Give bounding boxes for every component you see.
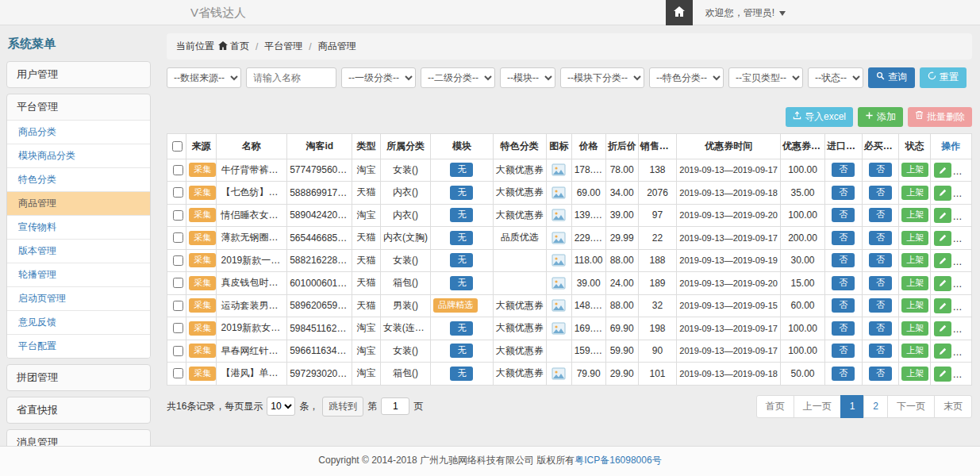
pagination-button[interactable]: 首页 (756, 395, 794, 418)
filter-select-6[interactable]: --特色分类-- (649, 67, 724, 88)
sidebar-item-0[interactable]: 用户管理 (7, 62, 150, 87)
status-toggle[interactable]: 上架 (901, 253, 928, 267)
edit-button[interactable] (934, 344, 951, 359)
pagination-button[interactable]: 1 (840, 395, 865, 418)
module-badge[interactable]: 无 (450, 186, 473, 200)
filter-select-0[interactable]: --数据来源-- (167, 67, 241, 88)
sidebar-subitem[interactable]: 特色分类 (7, 167, 150, 191)
sidebar-item-4[interactable]: 消息管理 (7, 430, 150, 446)
must-buy-toggle[interactable]: 否 (869, 186, 892, 200)
import-pick-toggle[interactable]: 否 (832, 186, 855, 200)
status-toggle[interactable]: 上架 (901, 344, 928, 358)
search-button[interactable]: 查询 (868, 67, 915, 88)
per-page-select[interactable]: 10 (267, 397, 295, 416)
module-badge[interactable]: 无 (450, 367, 473, 381)
import-pick-toggle[interactable]: 否 (832, 298, 855, 313)
sidebar-subitem[interactable]: 平台配置 (7, 334, 150, 358)
edit-button[interactable] (934, 163, 951, 178)
sidebar-subitem[interactable]: 商品分类 (7, 120, 150, 144)
status-toggle[interactable]: 上架 (901, 367, 928, 381)
module-badge[interactable]: 品牌精选 (433, 298, 478, 313)
import-pick-toggle[interactable]: 否 (832, 276, 855, 290)
must-buy-toggle[interactable]: 否 (869, 208, 892, 222)
edit-button[interactable] (934, 298, 951, 313)
must-buy-toggle[interactable]: 否 (869, 344, 892, 358)
row-checkbox[interactable] (173, 346, 183, 356)
filter-select-3[interactable]: --二级分类-- (421, 67, 495, 88)
must-buy-toggle[interactable]: 否 (869, 367, 892, 381)
sidebar-item-1[interactable]: 平台管理 (7, 94, 150, 120)
must-buy-toggle[interactable]: 否 (869, 163, 892, 177)
icp-link[interactable]: 粤ICP备16098006号 (575, 455, 661, 466)
filter-select-8[interactable]: --状态-- (808, 67, 863, 88)
filter-select-7[interactable]: --宝贝类型-- (728, 67, 803, 88)
row-checkbox[interactable] (173, 323, 183, 333)
row-checkbox[interactable] (173, 210, 183, 221)
sidebar-subitem[interactable]: 版本管理 (7, 239, 150, 263)
edit-button[interactable] (934, 253, 951, 268)
edit-button[interactable] (934, 231, 951, 246)
jump-button[interactable]: 跳转到 (322, 397, 363, 416)
module-badge[interactable]: 无 (450, 344, 473, 358)
row-checkbox[interactable] (173, 187, 183, 198)
filter-select-2[interactable]: --一级分类-- (341, 67, 416, 88)
status-toggle[interactable]: 上架 (901, 231, 928, 245)
name-search-input[interactable] (246, 67, 336, 88)
import-excel-button[interactable]: 导入excel (786, 107, 853, 127)
sidebar-subitem[interactable]: 模块商品分类 (7, 144, 150, 167)
import-pick-toggle[interactable]: 否 (832, 344, 855, 358)
module-badge[interactable]: 无 (450, 231, 473, 245)
select-all-checkbox[interactable] (172, 141, 183, 152)
user-menu[interactable]: 欢迎您，管理员! (705, 6, 786, 20)
status-toggle[interactable]: 上架 (901, 186, 928, 200)
breadcrumb-item-platform[interactable]: 平台管理 (264, 40, 302, 53)
sidebar-item-2[interactable]: 拼团管理 (7, 365, 150, 390)
add-button[interactable]: 添加 (858, 107, 903, 127)
must-buy-toggle[interactable]: 否 (869, 253, 892, 267)
sidebar-subitem[interactable]: 启动页管理 (7, 286, 150, 310)
import-pick-toggle[interactable]: 否 (832, 253, 855, 267)
module-badge[interactable]: 无 (450, 163, 473, 177)
edit-button[interactable] (934, 276, 951, 291)
status-toggle[interactable]: 上架 (901, 208, 928, 222)
sidebar-item-3[interactable]: 省直快报 (7, 397, 150, 423)
row-checkbox[interactable] (173, 301, 183, 311)
row-checkbox[interactable] (173, 232, 183, 243)
row-checkbox[interactable] (173, 255, 183, 266)
filter-select-4[interactable]: --模块-- (500, 67, 555, 88)
row-checkbox[interactable] (173, 368, 183, 378)
must-buy-toggle[interactable]: 否 (869, 276, 892, 290)
edit-button[interactable] (934, 367, 951, 382)
edit-button[interactable] (934, 186, 951, 201)
must-buy-toggle[interactable]: 否 (869, 231, 892, 245)
batch-delete-button[interactable]: 批量删除 (908, 107, 972, 127)
edit-button[interactable] (934, 208, 951, 223)
sidebar-subitem[interactable]: 轮播管理 (7, 263, 150, 286)
status-toggle[interactable]: 上架 (901, 321, 928, 336)
breadcrumb-home-link[interactable]: 首页 (218, 40, 249, 53)
import-pick-toggle[interactable]: 否 (832, 367, 855, 381)
pagination-button[interactable]: 上一页 (794, 395, 841, 418)
pagination-button[interactable]: 下一页 (887, 395, 935, 418)
status-toggle[interactable]: 上架 (901, 298, 928, 313)
sidebar-subitem[interactable]: 宣传物料 (7, 215, 150, 239)
sidebar-subitem[interactable]: 商品管理 (7, 191, 150, 215)
reset-button[interactable]: 重置 (920, 67, 967, 88)
import-pick-toggle[interactable]: 否 (832, 231, 855, 245)
row-checkbox[interactable] (173, 278, 183, 288)
import-pick-toggle[interactable]: 否 (832, 208, 855, 222)
module-badge[interactable]: 无 (450, 208, 473, 222)
pagination-button[interactable]: 末页 (934, 395, 972, 418)
must-buy-toggle[interactable]: 否 (869, 298, 892, 313)
must-buy-toggle[interactable]: 否 (869, 321, 892, 336)
page-number-input[interactable] (381, 397, 409, 415)
module-badge[interactable]: 无 (450, 276, 473, 290)
module-badge[interactable]: 无 (450, 253, 473, 267)
edit-button[interactable] (934, 321, 951, 336)
home-button[interactable] (666, 0, 693, 25)
status-toggle[interactable]: 上架 (901, 276, 928, 290)
import-pick-toggle[interactable]: 否 (832, 321, 855, 336)
status-toggle[interactable]: 上架 (901, 163, 928, 177)
pagination-button[interactable]: 2 (863, 395, 888, 418)
import-pick-toggle[interactable]: 否 (832, 163, 855, 177)
